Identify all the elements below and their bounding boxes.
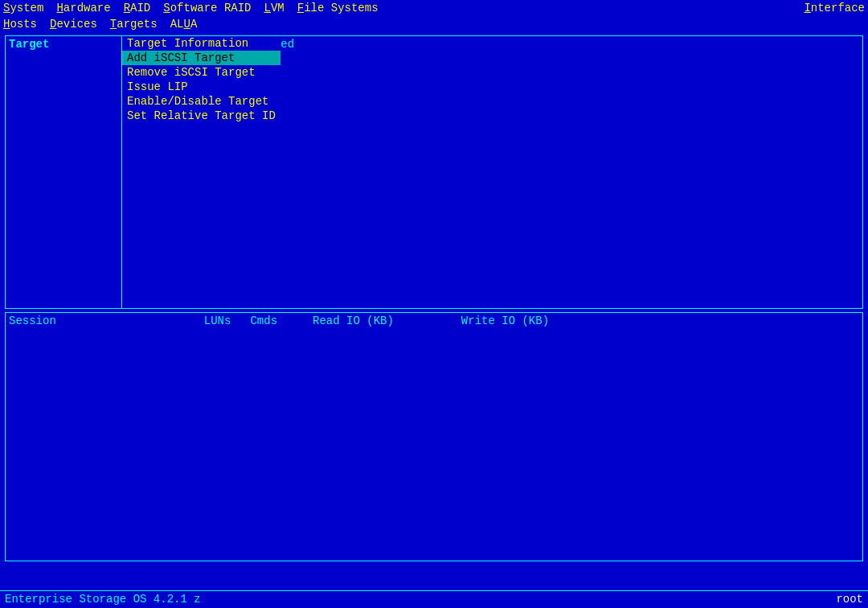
context-menu-item-remove-iscsi[interactable]: Remove iSCSI Target: [122, 65, 280, 80]
menu-interface[interactable]: Interface: [804, 2, 865, 14]
status-right: root: [836, 593, 863, 606]
target-header: Target: [9, 38, 49, 51]
cmds-header: Cmds: [250, 314, 277, 327]
menu-alua[interactable]: ALUA: [170, 18, 198, 31]
menu-hosts[interactable]: Hosts: [3, 18, 37, 31]
menu-lvm[interactable]: LVM: [264, 2, 285, 14]
bottom-panel-header: Session LUNs Cmds Read IO (KB) Write IO …: [6, 313, 862, 329]
status-left: Enterprise Storage OS 4.2.1 z: [5, 593, 201, 606]
menu-raid[interactable]: RAID: [124, 2, 151, 14]
status-bar: Enterprise Storage OS 4.2.1 z root: [0, 590, 868, 608]
context-menu: Target Information Add iSCSI Target Remo…: [122, 36, 280, 123]
menu-bar: System Hardware RAID Software RAID LVM F…: [0, 0, 868, 32]
menu-devices[interactable]: Devices: [50, 18, 97, 31]
menu-row-1: System Hardware RAID Software RAID LVM F…: [0, 0, 868, 16]
context-menu-item-enable-disable[interactable]: Enable/Disable Target: [122, 94, 280, 109]
context-menu-item-add-iscsi[interactable]: Add iSCSI Target: [122, 51, 280, 65]
context-menu-item-set-relative[interactable]: Set Relative Target ID: [122, 109, 280, 123]
menu-targets[interactable]: Targets: [110, 18, 158, 31]
bottom-panel: Session LUNs Cmds Read IO (KB) Write IO …: [5, 312, 863, 561]
context-menu-item-target-info[interactable]: Target Information: [122, 36, 280, 51]
menu-file-systems[interactable]: File Systems: [297, 2, 379, 14]
top-panel: Target Target Information Add iSCSI Targ…: [5, 35, 863, 309]
session-header: Session: [9, 314, 56, 327]
read-io-header: Read IO (KB): [313, 314, 394, 327]
context-menu-item-issue-lip[interactable]: Issue LIP: [122, 80, 280, 94]
target-column: Target: [6, 36, 122, 308]
menu-hardware[interactable]: Hardware: [56, 2, 110, 14]
menu-row-2: Hosts Devices Targets ALUA: [0, 16, 868, 32]
menu-software-raid[interactable]: Software RAID: [163, 2, 251, 14]
luns-header: LUNs: [204, 314, 231, 327]
write-io-header: Write IO (KB): [461, 314, 549, 327]
menu-system[interactable]: System: [3, 2, 43, 14]
